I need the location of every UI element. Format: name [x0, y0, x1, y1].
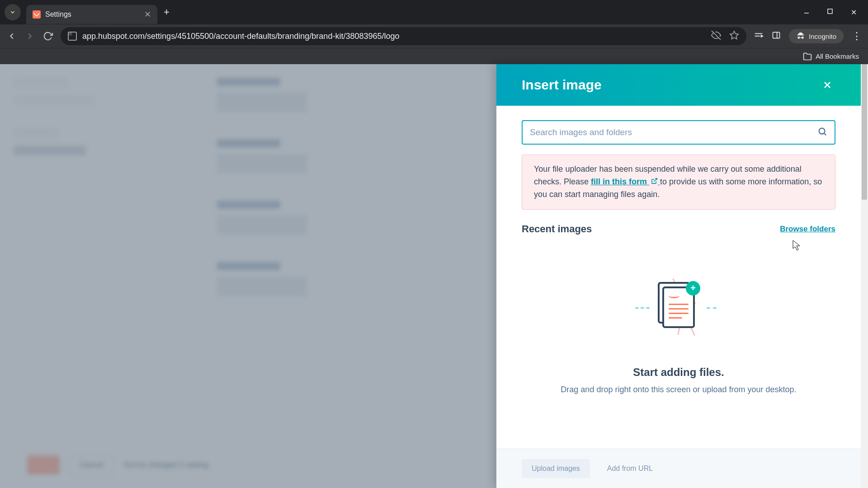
browser-toolbar: app.hubspot.com/settings/45105500/accoun… — [0, 24, 868, 48]
search-icon[interactable] — [817, 127, 827, 138]
minimize-button[interactable] — [801, 8, 812, 17]
fill-form-link[interactable]: fill in this form — [591, 177, 660, 186]
panel-footer: Upload images Add from URL — [496, 449, 861, 488]
back-button[interactable] — [6, 31, 17, 42]
address-bar[interactable]: app.hubspot.com/settings/45105500/accoun… — [61, 27, 746, 45]
close-tab-icon[interactable]: ✕ — [144, 9, 151, 19]
svg-marker-5 — [730, 31, 738, 38]
forward-button[interactable] — [24, 31, 35, 42]
plus-icon: + — [686, 281, 700, 296]
close-panel-button[interactable] — [819, 77, 835, 93]
browser-menu-icon[interactable]: ⋮ — [852, 30, 862, 42]
add-from-url-button[interactable]: Add from URL — [597, 459, 663, 478]
recent-images-heading: Recent images — [522, 223, 592, 235]
panel-header: Insert image — [496, 64, 861, 106]
media-control-icon[interactable] — [754, 30, 764, 42]
svg-rect-1 — [828, 9, 832, 14]
empty-state-heading: Start adding files. — [522, 366, 835, 379]
close-window-button[interactable]: ✕ — [848, 8, 859, 17]
new-tab-button[interactable]: + — [157, 6, 176, 18]
external-link-icon — [651, 176, 658, 188]
incognito-label: Incognito — [809, 33, 836, 40]
maximize-button[interactable] — [825, 8, 835, 17]
upload-images-button[interactable]: Upload images — [522, 459, 590, 478]
scrollbar-thumb[interactable] — [862, 64, 867, 200]
eye-off-icon[interactable] — [711, 30, 721, 42]
svg-marker-8 — [761, 35, 763, 37]
panel-title: Insert image — [522, 77, 602, 93]
reload-button[interactable] — [42, 31, 53, 42]
site-info-icon[interactable] — [68, 32, 77, 41]
window-controls: ✕ — [801, 8, 863, 17]
incognito-indicator[interactable]: Incognito — [789, 29, 844, 43]
uploader-suspended-alert: Your file uploader has been suspended wh… — [522, 155, 835, 210]
search-input[interactable] — [530, 127, 817, 137]
svg-line-15 — [654, 178, 657, 182]
svg-rect-9 — [773, 32, 780, 38]
svg-point-13 — [819, 128, 825, 134]
all-bookmarks-link[interactable]: All Bookmarks — [816, 52, 859, 60]
side-panel-icon[interactable] — [772, 31, 781, 42]
tab-search-button[interactable] — [5, 4, 21, 20]
bookmark-star-icon[interactable] — [729, 30, 739, 42]
bookmarks-bar: All Bookmarks — [0, 48, 868, 64]
empty-state: ✦ ✦ ✦ ✦ ✦ ✦ + — [522, 253, 835, 413]
browse-folders-link[interactable]: Browse folders — [780, 225, 835, 234]
search-field-wrapper[interactable] — [522, 120, 835, 145]
folder-icon — [803, 52, 812, 61]
page-content: Cancel You've changed 1 setting. Insert … — [0, 64, 868, 488]
recent-images-header: Recent images Browse folders — [522, 223, 835, 235]
browser-tab[interactable]: Settings ✕ — [26, 5, 157, 24]
panel-body: Your file uploader has been suspended wh… — [496, 106, 861, 449]
svg-line-14 — [824, 133, 826, 135]
browser-tab-strip: Settings ✕ + ✕ — [0, 0, 868, 24]
hubspot-favicon — [33, 10, 41, 19]
url-text: app.hubspot.com/settings/45105500/accoun… — [82, 32, 400, 41]
insert-image-panel: Insert image Your file uploader has been… — [496, 64, 861, 488]
tab-title: Settings — [45, 10, 71, 19]
empty-state-subtext: Drag and drop right onto this screen or … — [522, 385, 835, 394]
add-files-illustration: ✦ ✦ ✦ ✦ ✦ ✦ + — [620, 262, 737, 352]
vertical-scrollbar[interactable] — [861, 64, 868, 488]
